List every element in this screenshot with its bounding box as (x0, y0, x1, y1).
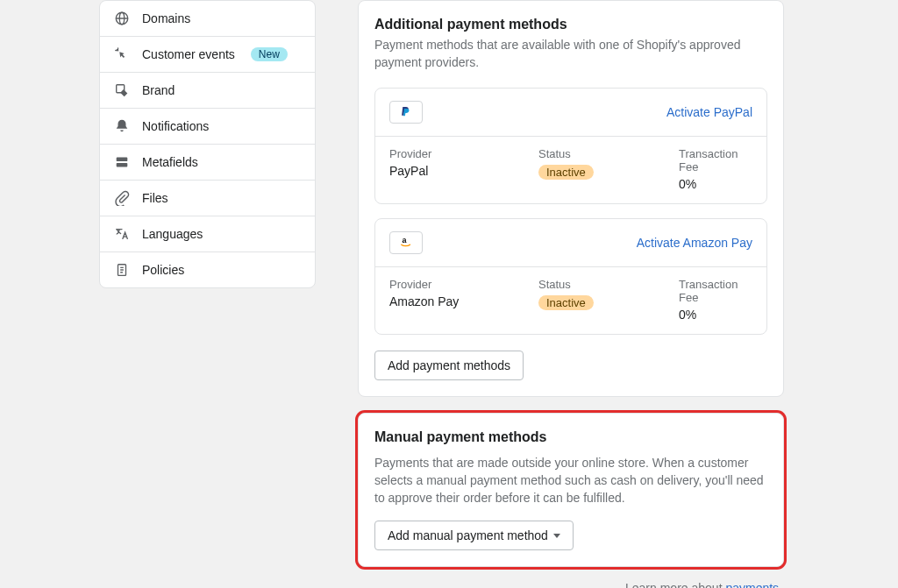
svg-rect-5 (117, 163, 128, 167)
label-fee: Transaction Fee (679, 147, 752, 174)
value-provider: PayPal (389, 164, 538, 178)
main-content: Additional payment methods Payment metho… (358, 0, 784, 588)
sidebar-item-label: Languages (142, 227, 203, 241)
sidebar-item-languages[interactable]: Languages (100, 216, 315, 252)
sidebar-item-label: Metafields (142, 155, 198, 169)
label-status: Status (538, 278, 679, 291)
button-label: Add payment methods (388, 358, 510, 372)
sidebar-item-brand[interactable]: Brand (100, 73, 315, 109)
policy-icon (114, 262, 130, 278)
svg-rect-4 (117, 158, 128, 162)
globe-icon (114, 11, 130, 26)
sidebar-item-metafields[interactable]: Metafields (100, 145, 315, 181)
button-label: Add manual payment method (388, 528, 548, 542)
sidebar-item-label: Customer events (142, 47, 235, 61)
sidebar-item-label: Domains (142, 11, 190, 25)
sidebar-item-label: Notifications (142, 119, 209, 133)
metafields-icon (114, 154, 130, 170)
sidebar-item-label: Files (142, 191, 168, 205)
add-manual-payment-method-button[interactable]: Add manual payment method (374, 521, 574, 550)
payments-link[interactable]: payments (725, 581, 779, 588)
bell-icon (114, 118, 130, 134)
sidebar-item-customer-events[interactable]: Customer events New (100, 37, 315, 73)
value-fee: 0% (679, 177, 752, 191)
brand-icon (114, 82, 130, 98)
add-payment-methods-button[interactable]: Add payment methods (374, 351, 524, 380)
paypal-logo (389, 101, 423, 124)
status-badge: Inactive (538, 165, 594, 180)
learn-more-prefix: Learn more about (625, 581, 725, 588)
label-status: Status (538, 147, 679, 160)
learn-more-note: Learn more about payments. (358, 581, 784, 588)
section-description: Payments that are made outside your onli… (374, 454, 767, 507)
translate-icon (114, 226, 130, 242)
chevron-down-icon (553, 534, 560, 538)
sidebar-item-label: Policies (142, 263, 184, 277)
settings-sidebar: Domains Customer events New Brand Notif (99, 0, 316, 588)
new-badge: New (251, 47, 288, 61)
status-badge: Inactive (538, 295, 594, 310)
manual-payment-methods-card: Manual payment methods Payments that are… (358, 413, 784, 568)
activate-paypal-link[interactable]: Activate PayPal (666, 105, 752, 119)
value-fee: 0% (679, 308, 752, 322)
sidebar-item-files[interactable]: Files (100, 181, 315, 216)
sidebar-item-domains[interactable]: Domains (100, 1, 315, 37)
section-description: Payment methods that are available with … (374, 36, 767, 72)
amazon-pay-logo: a (389, 231, 423, 254)
cursor-click-icon (114, 46, 130, 62)
additional-payment-methods-card: Additional payment methods Payment metho… (358, 0, 784, 397)
sidebar-item-policies[interactable]: Policies (100, 252, 315, 287)
sidebar-item-notifications[interactable]: Notifications (100, 109, 315, 145)
label-provider: Provider (389, 147, 538, 160)
section-title: Manual payment methods (374, 429, 767, 445)
value-provider: Amazon Pay (389, 294, 538, 308)
label-fee: Transaction Fee (679, 278, 752, 304)
provider-card-amazon-pay: a Activate Amazon Pay Provider Amazon Pa… (374, 218, 767, 335)
provider-card-paypal: Activate PayPal Provider PayPal Status I… (374, 88, 767, 204)
sidebar-item-label: Brand (142, 83, 175, 97)
svg-text:a: a (403, 236, 408, 244)
learn-more-suffix: . (779, 581, 782, 588)
paperclip-icon (114, 190, 130, 206)
label-provider: Provider (389, 278, 538, 291)
section-title: Additional payment methods (374, 17, 767, 32)
activate-amazon-pay-link[interactable]: Activate Amazon Pay (637, 236, 752, 250)
